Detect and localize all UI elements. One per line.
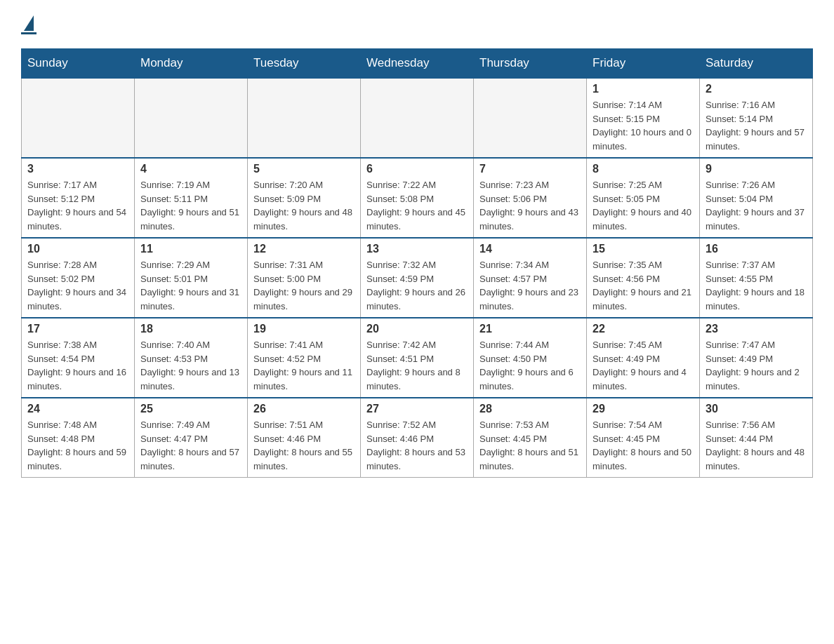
calendar-week-row: 1Sunrise: 7:14 AMSunset: 5:15 PMDaylight…: [22, 78, 813, 158]
day-info: Sunrise: 7:26 AMSunset: 5:04 PMDaylight:…: [706, 178, 807, 233]
weekday-header-saturday: Saturday: [700, 49, 813, 79]
day-number: 28: [479, 403, 581, 415]
day-info: Sunrise: 7:40 AMSunset: 4:53 PMDaylight:…: [140, 338, 241, 393]
day-number: 12: [253, 243, 355, 255]
day-number: 21: [479, 323, 581, 335]
calendar-cell: 1Sunrise: 7:14 AMSunset: 5:15 PMDaylight…: [587, 78, 700, 158]
weekday-header-tuesday: Tuesday: [248, 49, 361, 79]
day-info: Sunrise: 7:44 AMSunset: 4:50 PMDaylight:…: [479, 338, 581, 393]
day-number: 27: [366, 403, 468, 415]
calendar-cell: 27Sunrise: 7:52 AMSunset: 4:46 PMDayligh…: [361, 398, 474, 478]
day-info: Sunrise: 7:53 AMSunset: 4:45 PMDaylight:…: [479, 418, 581, 473]
calendar-cell: 28Sunrise: 7:53 AMSunset: 4:45 PMDayligh…: [474, 398, 587, 478]
calendar-cell: 10Sunrise: 7:28 AMSunset: 5:02 PMDayligh…: [22, 238, 135, 318]
calendar-cell: 20Sunrise: 7:42 AMSunset: 4:51 PMDayligh…: [361, 318, 474, 398]
calendar-cell: 26Sunrise: 7:51 AMSunset: 4:46 PMDayligh…: [248, 398, 361, 478]
day-number: 8: [593, 163, 694, 175]
calendar-cell: 23Sunrise: 7:47 AMSunset: 4:49 PMDayligh…: [700, 318, 813, 398]
day-info: Sunrise: 7:32 AMSunset: 4:59 PMDaylight:…: [366, 258, 468, 313]
calendar-cell: 19Sunrise: 7:41 AMSunset: 4:52 PMDayligh…: [248, 318, 361, 398]
day-number: 9: [706, 163, 807, 175]
calendar-week-row: 10Sunrise: 7:28 AMSunset: 5:02 PMDayligh…: [22, 238, 813, 318]
day-number: 5: [253, 163, 355, 175]
calendar-cell: 13Sunrise: 7:32 AMSunset: 4:59 PMDayligh…: [361, 238, 474, 318]
calendar-cell: 6Sunrise: 7:22 AMSunset: 5:08 PMDaylight…: [361, 158, 474, 238]
weekday-header-wednesday: Wednesday: [361, 49, 474, 79]
calendar-cell: [22, 78, 135, 158]
day-number: 4: [140, 163, 241, 175]
day-info: Sunrise: 7:52 AMSunset: 4:46 PMDaylight:…: [366, 418, 468, 473]
day-number: 24: [27, 403, 128, 415]
weekday-header-friday: Friday: [587, 49, 700, 79]
day-info: Sunrise: 7:19 AMSunset: 5:11 PMDaylight:…: [140, 178, 241, 233]
day-info: Sunrise: 7:47 AMSunset: 4:49 PMDaylight:…: [706, 338, 807, 393]
day-number: 2: [706, 83, 807, 95]
day-number: 16: [706, 243, 807, 255]
calendar-cell: 29Sunrise: 7:54 AMSunset: 4:45 PMDayligh…: [587, 398, 700, 478]
calendar-cell: 12Sunrise: 7:31 AMSunset: 5:00 PMDayligh…: [248, 238, 361, 318]
day-info: Sunrise: 7:29 AMSunset: 5:01 PMDaylight:…: [140, 258, 241, 313]
day-number: 10: [27, 243, 128, 255]
day-info: Sunrise: 7:34 AMSunset: 4:57 PMDaylight:…: [479, 258, 581, 313]
day-number: 30: [706, 403, 807, 415]
calendar-cell: [248, 78, 361, 158]
logo: [21, 14, 37, 34]
calendar-cell: 5Sunrise: 7:20 AMSunset: 5:09 PMDaylight…: [248, 158, 361, 238]
day-number: 3: [27, 163, 128, 175]
calendar-cell: [474, 78, 587, 158]
day-number: 13: [366, 243, 468, 255]
day-number: 19: [253, 323, 355, 335]
day-number: 6: [366, 163, 468, 175]
calendar-week-row: 17Sunrise: 7:38 AMSunset: 4:54 PMDayligh…: [22, 318, 813, 398]
calendar-week-row: 24Sunrise: 7:48 AMSunset: 4:48 PMDayligh…: [22, 398, 813, 478]
day-info: Sunrise: 7:41 AMSunset: 4:52 PMDaylight:…: [253, 338, 355, 393]
day-info: Sunrise: 7:49 AMSunset: 4:47 PMDaylight:…: [140, 418, 241, 473]
day-info: Sunrise: 7:14 AMSunset: 5:15 PMDaylight:…: [593, 98, 694, 153]
calendar-cell: 2Sunrise: 7:16 AMSunset: 5:14 PMDaylight…: [700, 78, 813, 158]
weekday-header-monday: Monday: [135, 49, 248, 79]
page-header: [21, 14, 813, 34]
logo-underline: [21, 32, 37, 34]
calendar-cell: 4Sunrise: 7:19 AMSunset: 5:11 PMDaylight…: [135, 158, 248, 238]
logo-triangle-icon: [24, 15, 34, 31]
calendar-cell: [361, 78, 474, 158]
day-info: Sunrise: 7:17 AMSunset: 5:12 PMDaylight:…: [27, 178, 128, 233]
day-info: Sunrise: 7:35 AMSunset: 4:56 PMDaylight:…: [593, 258, 694, 313]
day-info: Sunrise: 7:25 AMSunset: 5:05 PMDaylight:…: [593, 178, 694, 233]
calendar-cell: 16Sunrise: 7:37 AMSunset: 4:55 PMDayligh…: [700, 238, 813, 318]
day-number: 20: [366, 323, 468, 335]
day-number: 22: [593, 323, 694, 335]
day-number: 11: [140, 243, 241, 255]
day-info: Sunrise: 7:42 AMSunset: 4:51 PMDaylight:…: [366, 338, 468, 393]
calendar-table: SundayMondayTuesdayWednesdayThursdayFrid…: [21, 48, 813, 478]
day-info: Sunrise: 7:56 AMSunset: 4:44 PMDaylight:…: [706, 418, 807, 473]
calendar-cell: 17Sunrise: 7:38 AMSunset: 4:54 PMDayligh…: [22, 318, 135, 398]
calendar-cell: 21Sunrise: 7:44 AMSunset: 4:50 PMDayligh…: [474, 318, 587, 398]
weekday-header-row: SundayMondayTuesdayWednesdayThursdayFrid…: [22, 49, 813, 79]
day-info: Sunrise: 7:54 AMSunset: 4:45 PMDaylight:…: [593, 418, 694, 473]
calendar-cell: 14Sunrise: 7:34 AMSunset: 4:57 PMDayligh…: [474, 238, 587, 318]
day-number: 29: [593, 403, 694, 415]
calendar-cell: 18Sunrise: 7:40 AMSunset: 4:53 PMDayligh…: [135, 318, 248, 398]
day-info: Sunrise: 7:51 AMSunset: 4:46 PMDaylight:…: [253, 418, 355, 473]
day-info: Sunrise: 7:48 AMSunset: 4:48 PMDaylight:…: [27, 418, 128, 473]
calendar-cell: 24Sunrise: 7:48 AMSunset: 4:48 PMDayligh…: [22, 398, 135, 478]
day-info: Sunrise: 7:23 AMSunset: 5:06 PMDaylight:…: [479, 178, 581, 233]
calendar-cell: 30Sunrise: 7:56 AMSunset: 4:44 PMDayligh…: [700, 398, 813, 478]
calendar-cell: 3Sunrise: 7:17 AMSunset: 5:12 PMDaylight…: [22, 158, 135, 238]
day-info: Sunrise: 7:38 AMSunset: 4:54 PMDaylight:…: [27, 338, 128, 393]
day-number: 18: [140, 323, 241, 335]
weekday-header-sunday: Sunday: [22, 49, 135, 79]
calendar-cell: 8Sunrise: 7:25 AMSunset: 5:05 PMDaylight…: [587, 158, 700, 238]
calendar-cell: 22Sunrise: 7:45 AMSunset: 4:49 PMDayligh…: [587, 318, 700, 398]
day-number: 7: [479, 163, 581, 175]
weekday-header-thursday: Thursday: [474, 49, 587, 79]
day-number: 25: [140, 403, 241, 415]
day-number: 17: [27, 323, 128, 335]
day-info: Sunrise: 7:45 AMSunset: 4:49 PMDaylight:…: [593, 338, 694, 393]
day-info: Sunrise: 7:37 AMSunset: 4:55 PMDaylight:…: [706, 258, 807, 313]
calendar-cell: 25Sunrise: 7:49 AMSunset: 4:47 PMDayligh…: [135, 398, 248, 478]
calendar-cell: [135, 78, 248, 158]
day-number: 15: [593, 243, 694, 255]
calendar-cell: 15Sunrise: 7:35 AMSunset: 4:56 PMDayligh…: [587, 238, 700, 318]
